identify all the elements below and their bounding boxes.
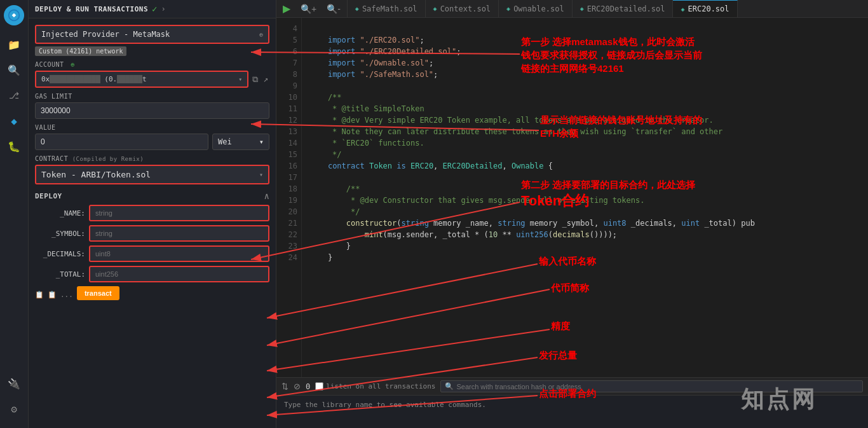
sidebar-item-git[interactable]: ⎇	[3, 84, 25, 107]
deploy-header: DEPLOY ∧	[35, 191, 269, 201]
param-decimals-row: _DECIMALS:	[35, 245, 269, 262]
bottom-toolbar: ⇅ ⊘ 0 listen on all transactions 🔍	[276, 378, 868, 396]
plug-icon: 🔌	[8, 378, 20, 390]
contract-select[interactable]: Token - ARBI/Token.sol ▾	[35, 165, 269, 184]
param-symbol-label: _SYMBOL:	[35, 230, 89, 238]
stop-button[interactable]: ⊘	[294, 382, 301, 391]
listen-checkbox-label: listen on all transactions	[315, 382, 435, 390]
calldata-row: 📋 📋 ...	[35, 291, 73, 299]
value-label: VALUE	[35, 124, 269, 131]
sidebar-item-settings[interactable]: ⚙	[3, 397, 25, 420]
zoom-out-button[interactable]: 🔍-	[324, 3, 343, 15]
param-symbol-input[interactable]	[89, 225, 269, 242]
contract-chevron-icon: ▾	[259, 171, 263, 178]
tab-erc20detailed[interactable]: ◈ ERC20Detailed.sol	[573, 0, 674, 17]
param-total-input[interactable]	[89, 266, 269, 282]
param-total-label: _TOTAL:	[35, 270, 89, 279]
value-input[interactable]	[35, 134, 208, 150]
tab-erc20[interactable]: ◈ ERC20.sol	[673, 0, 737, 17]
settings-icon: ⚙	[11, 403, 17, 415]
zoom-in-button[interactable]: 🔍+	[298, 3, 319, 15]
gas-limit-input[interactable]	[35, 102, 269, 119]
chevron-down-icon: ⊕	[259, 31, 263, 38]
tab-ownable[interactable]: ◈ Ownable.sol	[499, 0, 573, 17]
contract-label: CONTRACT (Compiled by Remix)	[35, 155, 269, 162]
account-label: ACCOUNT ⊕	[35, 61, 269, 68]
value-row: Wei ▾	[35, 134, 269, 150]
app-logo[interactable]	[4, 5, 24, 25]
search-icon2: 🔍	[445, 382, 454, 390]
unit-label: Wei	[218, 137, 232, 146]
add-account-icon[interactable]: ⊕	[71, 61, 75, 68]
param-symbol-row: _SYMBOL:	[35, 225, 269, 242]
context-tab-icon: ◈	[433, 5, 437, 12]
search-box: 🔍	[440, 380, 863, 392]
panel-header: DEPLOY & RUN TRANSACTIONS ✓ ›	[29, 0, 276, 18]
param-name-row: _NAME:	[35, 205, 269, 221]
safemath-tab-icon: ◈	[355, 5, 359, 12]
arrow-right-icon: ›	[161, 4, 166, 13]
clear-console-button[interactable]: ⇅	[281, 382, 288, 391]
calldata-icon1: 📋	[35, 291, 44, 299]
deploy-label: DEPLOY	[35, 192, 62, 200]
bottom-panel: ⇅ ⊘ 0 listen on all transactions 🔍 Type …	[276, 377, 868, 428]
param-total-row: _TOTAL:	[35, 266, 269, 282]
provider-select[interactable]: Injected Provider - MetaMask ⊕	[35, 25, 269, 44]
transact-button[interactable]: transact	[77, 286, 119, 300]
checkmark-icon: ✓	[152, 4, 157, 14]
listen-label-text: listen on all transactions	[326, 382, 435, 390]
sidebar-item-plugin[interactable]: 🔌	[3, 372, 25, 395]
ownable-tab-label: Ownable.sol	[513, 4, 564, 13]
code-content[interactable]: import "./ERC20.sol"; import "./ERC20Det…	[302, 18, 868, 377]
run-button[interactable]: ▶	[280, 1, 293, 16]
file-icon: 📁	[8, 39, 20, 51]
unit-chevron-icon: ▾	[259, 137, 264, 146]
param-name-input[interactable]	[89, 205, 269, 221]
console-text: Type the library name to see available c…	[284, 401, 486, 409]
safemath-tab-label: SafeMath.sol	[362, 4, 417, 13]
copy-icon[interactable]: ⧉	[251, 73, 259, 86]
line-numbers: 456789101112131415161718192021222324	[276, 18, 302, 377]
tab-bar: ▶ 🔍+ 🔍- ◈ SafeMath.sol ◈ Context.sol ◈ O…	[276, 0, 868, 18]
sidebar-item-debug[interactable]: 🐛	[3, 135, 25, 158]
erc20-tab-label: ERC20.sol	[688, 4, 729, 13]
contract-sublabel: (Compiled by Remix)	[72, 156, 144, 162]
tab-safemath[interactable]: ◈ SafeMath.sol	[348, 0, 426, 17]
deploy-icon: ◆	[11, 115, 17, 127]
code-editor: 456789101112131415161718192021222324 imp…	[276, 18, 868, 377]
sidebar-item-search[interactable]: 🔍	[3, 59, 25, 81]
transaction-count: 0	[306, 382, 310, 391]
param-decimals-input[interactable]	[89, 245, 269, 262]
icon-bar: 📁 🔍 ⎇ ◆ 🐛 🔌 ⚙	[0, 0, 29, 428]
contract-value: Token - ARBI/Token.sol	[41, 170, 151, 179]
account-address: 0x████████████ (0.██████t	[41, 75, 147, 83]
panel-title: DEPLOY & RUN TRANSACTIONS	[35, 5, 148, 13]
erc20detailed-tab-icon: ◈	[580, 5, 584, 12]
account-input[interactable]: 0x████████████ (0.██████t ▾	[35, 71, 248, 88]
sidebar-item-deploy[interactable]: ◆	[3, 109, 25, 132]
chevron-down-icon2: ▾	[238, 76, 242, 83]
console-output: Type the library name to see available c…	[276, 396, 868, 414]
calldata-dots: ...	[60, 291, 73, 299]
erc20detailed-tab-label: ERC20Detailed.sol	[587, 4, 665, 13]
ownable-tab-icon: ◈	[506, 5, 510, 12]
provider-label: Injected Provider - MetaMask	[41, 30, 170, 39]
sidebar-item-files[interactable]: 📁	[3, 33, 25, 56]
tab-context[interactable]: ◈ Context.sol	[426, 0, 499, 17]
param-decimals-label: _DECIMALS:	[35, 250, 89, 258]
context-tab-label: Context.sol	[440, 4, 491, 13]
transact-row: 📋 📋 ... transact	[35, 286, 269, 300]
run-toolbar: ▶ 🔍+ 🔍-	[276, 0, 348, 17]
chevron-up-icon[interactable]: ∧	[264, 191, 269, 201]
account-row: 0x████████████ (0.██████t ▾ ⧉ ↗	[35, 71, 269, 88]
tx-search-input[interactable]	[456, 383, 858, 390]
external-link-icon[interactable]: ↗	[262, 73, 269, 85]
value-unit-select[interactable]: Wei ▾	[212, 134, 269, 150]
erc20-tab-icon: ◈	[681, 6, 684, 13]
panel-body: Injected Provider - MetaMask ⊕ Custom (4…	[29, 18, 276, 428]
git-icon: ⎇	[9, 90, 19, 100]
deploy-panel: DEPLOY & RUN TRANSACTIONS ✓ › Injected P…	[29, 0, 276, 428]
editor-area: ▶ 🔍+ 🔍- ◈ SafeMath.sol ◈ Context.sol ◈ O…	[276, 0, 868, 428]
listen-checkbox[interactable]	[315, 382, 323, 390]
param-name-label: _NAME:	[35, 209, 89, 217]
